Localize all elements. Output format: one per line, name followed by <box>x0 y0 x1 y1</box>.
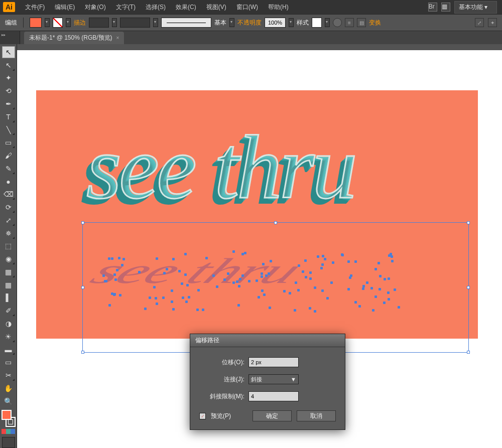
menu-select[interactable]: 选择(S) <box>141 3 171 12</box>
recolor-icon[interactable] <box>333 18 342 27</box>
rectangle-tool[interactable]: ▭ <box>2 136 15 148</box>
direct-selection-tool[interactable]: ↖ <box>2 59 15 71</box>
offset-input[interactable] <box>248 357 299 367</box>
graphic-style-swatch[interactable] <box>312 18 322 28</box>
edit-content-icon[interactable]: ✦ <box>488 18 497 27</box>
fill-dropdown[interactable] <box>45 18 50 27</box>
app-logo: Ai <box>3 2 15 12</box>
artboard-tool[interactable]: ▭ <box>2 356 15 368</box>
lasso-tool[interactable]: ⟲ <box>2 85 15 97</box>
pencil-tool[interactable]: ✎ <box>2 163 15 175</box>
miter-label: 斜接限制(M): <box>199 392 244 401</box>
document-tab-title: 未标题-1* @ 150% (RGB/预览) <box>29 34 112 42</box>
style-dd[interactable] <box>325 18 330 27</box>
var-width-profile[interactable] <box>120 18 150 28</box>
menu-object[interactable]: 对象(O) <box>80 3 110 12</box>
join-label: 连接(J): <box>199 375 244 384</box>
artboard: see thru see thru <box>36 90 478 339</box>
stroke-label[interactable]: 描边 <box>74 19 86 27</box>
workspace-dropdown[interactable]: 基本功能 ▾ <box>454 1 497 14</box>
close-tab-icon[interactable]: × <box>116 35 119 41</box>
handle-bl[interactable] <box>81 351 84 354</box>
fill-swatch[interactable] <box>30 18 42 28</box>
menu-help[interactable]: 帮助(H) <box>263 3 294 12</box>
brush-def-preview[interactable] <box>161 18 211 28</box>
handle-br[interactable] <box>467 351 470 354</box>
panel-collapse-left[interactable] <box>0 31 20 44</box>
stroke-dropdown[interactable] <box>66 18 71 27</box>
brush-def-label: 基本 <box>214 19 226 27</box>
preview-label: 预览(P) <box>211 412 231 420</box>
mesh-tool[interactable]: ▦ <box>2 279 15 291</box>
preview-checkbox[interactable]: ✓ <box>199 413 206 419</box>
opacity-label[interactable]: 不透明度 <box>237 19 262 27</box>
menu-window[interactable]: 窗口(W) <box>231 3 263 12</box>
bridge-icon[interactable]: Br <box>428 3 437 12</box>
var-width-dd[interactable] <box>153 18 158 27</box>
selection-mode: 编组 <box>5 19 17 27</box>
screen-mode-button[interactable] <box>2 437 15 448</box>
type-tool[interactable]: T <box>2 111 15 123</box>
miter-input[interactable] <box>248 391 299 401</box>
document-tab[interactable]: 未标题-1* @ 150% (RGB/预览) × <box>24 32 124 44</box>
magic-wand-tool[interactable]: ✦ <box>2 72 15 84</box>
menu-type[interactable]: 文字(T) <box>111 3 141 12</box>
fill-indicator[interactable] <box>2 410 12 420</box>
controlbar: 编组 描边 基本 不透明度 100% 样式 ≡ ▤ 变换 ⤢ ✦ <box>0 14 502 31</box>
menubar: Ai 文件(F) 编辑(E) 对象(O) 文字(T) 选择(S) 效果(C) 视… <box>0 0 502 14</box>
fill-stroke-indicator[interactable] <box>2 410 16 427</box>
opacity-value[interactable]: 100% <box>265 18 286 28</box>
offset-label: 位移(O): <box>199 358 244 367</box>
opacity-dd[interactable] <box>289 18 294 27</box>
symbol-sprayer-tool[interactable]: ☀ <box>2 331 15 343</box>
brush-def-dd[interactable] <box>229 18 234 27</box>
menu-effect[interactable]: 效果(C) <box>171 3 201 12</box>
line-tool[interactable]: ╲ <box>2 124 15 136</box>
menu-view[interactable]: 视图(V) <box>201 3 231 12</box>
eraser-tool[interactable]: ⌫ <box>2 188 15 200</box>
free-transform-tool[interactable]: ⬚ <box>2 240 15 252</box>
scale-tool[interactable]: ⤢ <box>2 214 15 226</box>
stroke-weight-input[interactable] <box>89 18 109 28</box>
pen-tool[interactable]: ✒ <box>2 98 15 110</box>
selection-tool[interactable]: ↖ <box>2 46 15 58</box>
hand-tool[interactable]: ✋ <box>2 382 15 394</box>
style-label: 样式 <box>297 19 309 27</box>
perspective-tool[interactable]: ▦ <box>2 266 15 278</box>
transform-label[interactable]: 变换 <box>369 19 381 27</box>
column-graph-tool[interactable]: ▬ <box>2 344 15 356</box>
align-icon[interactable]: ≡ <box>345 18 354 27</box>
ok-button[interactable]: 确定 <box>253 410 292 421</box>
toolbox: ↖ ↖ ✦ ⟲ ✒ T ╲ ▭ 🖌 ✎ ● ⌫ ⟳ ⤢ ✵ ⬚ ◉ ▦ ▦ ▌ … <box>0 44 17 448</box>
width-tool[interactable]: ✵ <box>2 227 15 239</box>
cancel-button[interactable]: 取消 <box>297 410 336 421</box>
artwork-3d-text: see thru <box>86 115 355 219</box>
eyedropper-tool[interactable]: ✐ <box>2 305 15 317</box>
stroke-swatch[interactable] <box>53 18 63 28</box>
zoom-tool[interactable]: 🔍 <box>2 395 15 407</box>
color-mode-row[interactable] <box>2 429 16 434</box>
menu-file[interactable]: 文件(F) <box>20 3 50 12</box>
blend-tool[interactable]: ◑ <box>2 318 15 330</box>
isolate-icon[interactable]: ⤢ <box>475 18 484 27</box>
align-icon-2[interactable]: ▤ <box>357 18 366 27</box>
artwork-shadow-text: see thru <box>82 250 311 292</box>
slice-tool[interactable]: ✂ <box>2 369 15 381</box>
tabbar: 未标题-1* @ 150% (RGB/预览) × <box>0 31 502 44</box>
dialog-title: 偏移路径 <box>190 334 345 347</box>
shape-builder-tool[interactable]: ◉ <box>2 253 15 265</box>
blob-brush-tool[interactable]: ● <box>2 176 15 188</box>
menu-edit[interactable]: 编辑(E) <box>50 3 80 12</box>
arrange-icon[interactable]: ▦ <box>441 3 450 12</box>
offset-path-dialog: 偏移路径 位移(O): 连接(J): 斜接▼ 斜接限制(M): ✓ 预览(P) … <box>190 334 345 430</box>
gradient-tool[interactable]: ▌ <box>2 292 15 304</box>
join-dropdown[interactable]: 斜接▼ <box>248 374 299 384</box>
rotate-tool[interactable]: ⟳ <box>2 201 15 213</box>
paintbrush-tool[interactable]: 🖌 <box>2 150 15 162</box>
stroke-weight-dd[interactable] <box>112 18 117 27</box>
